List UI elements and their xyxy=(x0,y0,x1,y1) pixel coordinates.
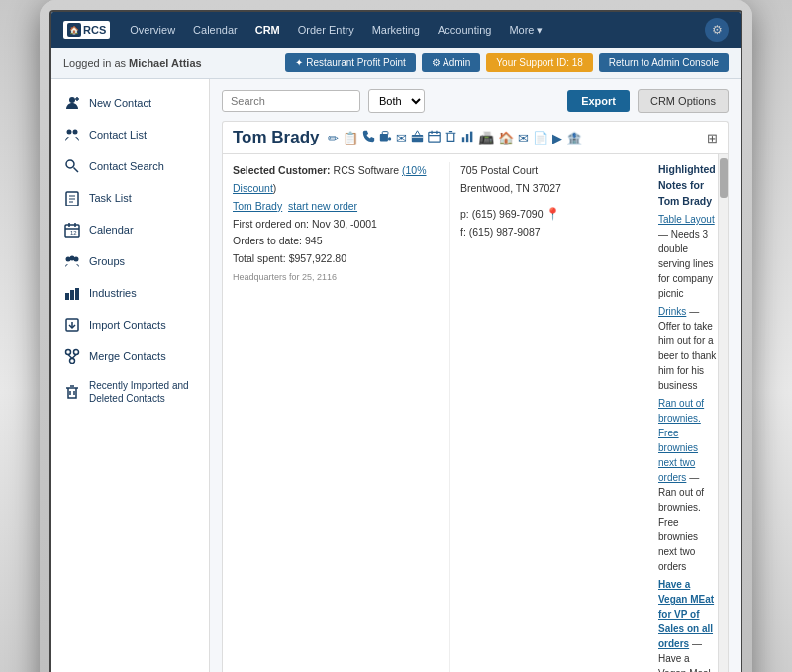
phone-icon[interactable] xyxy=(362,130,375,145)
restaurant-profit-point-button[interactable]: ✦ Restaurant Profit Point xyxy=(285,53,415,72)
note-4: Have a Vegan MEat for VP of Sales on all… xyxy=(658,577,718,672)
logo-box: 🏠 RCS xyxy=(63,21,110,39)
calendar-action-icon[interactable] xyxy=(428,130,441,145)
svg-line-6 xyxy=(74,168,79,173)
home-icon[interactable]: 🏠 xyxy=(498,131,514,145)
note-1-title[interactable]: Table Layout xyxy=(658,214,715,225)
nav-crm[interactable]: CRM xyxy=(248,20,288,40)
sidebar-item-contact-search[interactable]: Contact Search xyxy=(51,150,209,182)
toolbar: Both Export CRM Options xyxy=(222,89,729,113)
note-3-dash: — Ran out of brownies. Free brownies nex… xyxy=(658,472,704,572)
fax-icon[interactable] xyxy=(379,130,392,145)
sidebar-item-industries[interactable]: Industries xyxy=(51,277,209,309)
nav-overview[interactable]: Overview xyxy=(122,20,183,40)
main-content: New Contact Contact List Contact Search xyxy=(51,79,741,672)
svg-point-26 xyxy=(70,359,75,364)
svg-line-27 xyxy=(68,355,72,359)
grid-view-icon[interactable]: ⊞ xyxy=(707,131,718,145)
note-3: Ran out of brownies. Free brownies next … xyxy=(658,396,718,574)
chart-icon[interactable] xyxy=(461,130,474,145)
svg-point-3 xyxy=(67,130,72,135)
sidebar-item-groups[interactable]: Groups xyxy=(51,245,209,277)
mail-icon[interactable]: ✉ xyxy=(396,131,407,145)
svg-point-18 xyxy=(70,256,75,261)
logged-in-text: Logged in as xyxy=(63,57,126,69)
svg-rect-44 xyxy=(461,137,463,142)
crm-options-button[interactable]: CRM Options xyxy=(638,89,729,113)
customer-notes: Highlighted Notes for Tom Brady Table La… xyxy=(648,162,718,672)
selected-customer-name: RCS Software xyxy=(334,164,400,176)
new-contact-icon xyxy=(63,94,81,112)
admin-button[interactable]: ⚙ Admin xyxy=(422,53,481,72)
nav-calendar[interactable]: Calendar xyxy=(185,20,246,40)
contact-search-icon xyxy=(63,157,81,175)
page-area: Both Export CRM Options Tom Brady ✏ 📋 xyxy=(210,79,741,672)
sidebar-label-task-list: Task List xyxy=(89,192,132,204)
calendar-icon: 12 xyxy=(63,221,81,239)
customer-info-middle: 705 Postal Court Brentwood, TN 37027 p: … xyxy=(450,162,648,672)
nav-accounting[interactable]: Accounting xyxy=(430,20,499,40)
sidebar-label-contact-list: Contact List xyxy=(89,129,147,141)
nav-order-entry[interactable]: Order Entry xyxy=(290,20,362,40)
sidebar-label-merge-contacts: Merge Contacts xyxy=(89,350,166,362)
support-id-button[interactable]: Your Support ID: 18 xyxy=(486,53,592,72)
fax2-icon[interactable]: 📠 xyxy=(478,131,494,145)
contact-list-icon xyxy=(63,126,81,144)
phone-location-icon: 📍 xyxy=(545,207,560,221)
logged-in-label: Logged in as Michael Attias xyxy=(63,57,202,69)
scrollbar[interactable] xyxy=(718,154,728,672)
svg-point-0 xyxy=(69,97,75,103)
contact-header: Tom Brady ✏ 📋 ✉ xyxy=(222,121,729,153)
package-icon[interactable] xyxy=(411,130,424,145)
sidebar-label-new-contact: New Contact xyxy=(89,97,151,109)
start-new-order-link[interactable]: start new order xyxy=(288,200,357,212)
export-button[interactable]: Export xyxy=(567,90,630,112)
bank-icon[interactable]: 🏦 xyxy=(566,131,582,145)
sidebar-label-recently-deleted: Recently Imported and Deleted Contacts xyxy=(89,379,197,405)
task-list-icon xyxy=(63,189,81,207)
first-ordered-value: Nov 30, -0001 xyxy=(312,218,377,230)
edit-icon[interactable]: ✏ xyxy=(328,131,339,145)
note-1: Table Layout — Needs 3 double serving li… xyxy=(658,212,718,301)
sidebar-item-recently-deleted[interactable]: Recently Imported and Deleted Contacts xyxy=(51,372,209,412)
note-3-title[interactable]: Ran out of brownies. Free brownies next … xyxy=(658,398,704,483)
svg-rect-20 xyxy=(70,290,74,300)
email2-icon[interactable]: ✉ xyxy=(518,131,529,145)
delete-icon[interactable] xyxy=(445,130,457,145)
svg-rect-21 xyxy=(75,288,79,300)
note-1-dash: — Needs 3 double serving lines for compa… xyxy=(658,229,714,299)
customer-phone: p: (615) 969-7090 xyxy=(460,208,543,220)
sidebar-item-contact-list[interactable]: Contact List xyxy=(51,119,209,150)
customer-city-state: Brentwood, TN 37027 xyxy=(460,180,639,198)
copy-icon[interactable]: 📋 xyxy=(343,131,358,145)
sidebar-item-merge-contacts[interactable]: Merge Contacts xyxy=(51,340,209,372)
return-to-admin-button[interactable]: Return to Admin Console xyxy=(599,53,729,72)
nav-more[interactable]: More ▾ xyxy=(501,20,550,41)
sidebar: New Contact Contact List Contact Search xyxy=(51,79,210,672)
note-4-title[interactable]: Have a Vegan MEat for VP of Sales on all… xyxy=(658,579,714,649)
customer-name-link[interactable]: Tom Brady xyxy=(233,200,282,212)
note-2-title[interactable]: Drinks xyxy=(658,306,686,317)
logged-in-user: Michael Attias xyxy=(129,57,202,69)
merge-contacts-icon xyxy=(63,347,81,365)
svg-point-24 xyxy=(66,350,71,355)
sidebar-item-new-contact[interactable]: New Contact xyxy=(51,87,209,119)
sidebar-item-import-contacts[interactable]: Import Contacts xyxy=(51,309,209,340)
nav-marketing[interactable]: Marketing xyxy=(364,20,428,40)
sidebar-label-import-contacts: Import Contacts xyxy=(89,319,166,331)
sidebar-item-calendar[interactable]: 12 Calendar xyxy=(51,214,209,245)
play-icon[interactable]: ▶ xyxy=(552,131,562,145)
notes-header: Highlighted Notes for Tom Brady xyxy=(658,162,718,209)
orders-to-date-value: 945 xyxy=(305,235,323,246)
industries-icon xyxy=(63,284,81,302)
settings-icon[interactable]: ⚙ xyxy=(705,18,729,42)
sidebar-item-task-list[interactable]: Task List xyxy=(51,182,209,214)
sidebar-label-contact-search: Contact Search xyxy=(89,160,164,172)
svg-rect-38 xyxy=(428,132,439,142)
document-icon[interactable]: 📄 xyxy=(533,131,548,145)
svg-point-35 xyxy=(387,137,390,140)
search-input[interactable] xyxy=(222,90,360,112)
logo: 🏠 RCS xyxy=(63,21,110,39)
svg-rect-46 xyxy=(469,132,471,143)
search-select[interactable]: Both xyxy=(368,89,425,113)
